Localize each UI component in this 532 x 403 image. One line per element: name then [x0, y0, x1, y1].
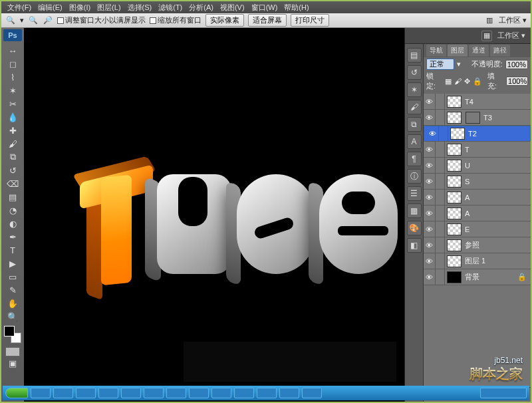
marquee-tool[interactable]: ◻	[5, 57, 21, 70]
panel-icon-actions[interactable]: ▦	[407, 203, 422, 218]
layer-row[interactable]: 👁T4	[424, 94, 531, 110]
visibility-icon[interactable]: 👁	[424, 158, 436, 173]
visibility-icon[interactable]: 👁	[427, 126, 439, 141]
layer-row[interactable]: 👁T	[424, 142, 531, 158]
pen-tool[interactable]: ✒	[5, 230, 21, 243]
visibility-icon[interactable]: 👁	[424, 142, 436, 157]
menu-select[interactable]: 选择(S)	[124, 3, 156, 13]
visibility-icon[interactable]: 👁	[424, 94, 436, 109]
opacity-value[interactable]: 100%	[505, 60, 528, 69]
taskbar-item[interactable]	[234, 388, 254, 398]
tab-paths[interactable]: 路径	[490, 45, 510, 57]
bridge-icon[interactable]: ▥	[484, 15, 495, 26]
history-brush-tool[interactable]: ↺	[5, 164, 21, 177]
layer-row[interactable]: 👁T2	[424, 126, 531, 142]
menu-edit[interactable]: 编辑(E)	[35, 3, 66, 13]
taskbar-item[interactable]	[302, 388, 322, 398]
taskbar-item[interactable]	[31, 388, 51, 398]
visibility-icon[interactable]: 👁	[424, 110, 436, 125]
layer-row[interactable]: 👁E	[424, 221, 531, 237]
panel-icon-tools[interactable]: ✶	[407, 82, 422, 97]
tab-layers[interactable]: 图层	[448, 45, 467, 57]
layer-name[interactable]: T	[464, 146, 531, 154]
layer-row[interactable]: 👁T3	[424, 110, 531, 126]
wand-tool[interactable]: ✶	[5, 84, 21, 97]
layer-row[interactable]: 👁参照	[424, 237, 531, 253]
start-button[interactable]	[5, 388, 28, 398]
crop-tool[interactable]: ✂	[5, 97, 21, 110]
layer-name[interactable]: 图层 1	[464, 256, 531, 266]
taskbar-item[interactable]	[279, 388, 299, 398]
color-swatch[interactable]	[4, 326, 21, 343]
stamp-tool[interactable]: ⧉	[5, 150, 21, 164]
lasso-tool[interactable]: ⌇	[5, 70, 21, 84]
layer-row[interactable]: 👁A	[424, 190, 531, 205]
layer-row[interactable]: 👁U	[424, 158, 531, 174]
path-select-tool[interactable]: ▶	[5, 257, 21, 270]
layer-name[interactable]: T3	[482, 114, 531, 122]
workspace-label[interactable]: 工作区 ▾	[497, 31, 525, 41]
taskbar-item[interactable]	[166, 388, 186, 398]
layer-name[interactable]: E	[464, 225, 531, 233]
lock-position-icon[interactable]: ✥	[464, 77, 470, 86]
visibility-icon[interactable]: 👁	[424, 205, 436, 221]
healing-tool[interactable]: ✚	[5, 124, 21, 137]
panel-icon-navigator[interactable]: ▤	[407, 48, 422, 63]
actual-pixels-button[interactable]: 实际像素	[205, 14, 244, 27]
lock-paint-icon[interactable]: 🖌	[454, 77, 462, 85]
hand-tool[interactable]: ✋	[5, 297, 21, 310]
panel-icon-brush[interactable]: 🖌	[407, 100, 422, 114]
taskbar-item[interactable]	[53, 388, 73, 398]
layer-name[interactable]: T2	[467, 130, 527, 138]
gradient-tool[interactable]: ▤	[5, 190, 21, 203]
taskbar-item[interactable]	[257, 388, 277, 398]
taskbar-item[interactable]	[211, 388, 231, 398]
screen-mode[interactable]: ▣	[5, 356, 21, 370]
panel-icon-styles[interactable]: ◧	[407, 238, 422, 253]
taskbar-item[interactable]	[76, 388, 96, 398]
panel-icon-swatches[interactable]: 🎨	[407, 221, 422, 235]
fill-value[interactable]: 100%	[506, 76, 528, 86]
lock-all-icon[interactable]: 🔒	[473, 77, 482, 86]
visibility-icon[interactable]: 👁	[424, 237, 436, 253]
fit-screen-button[interactable]: 适合屏幕	[248, 14, 287, 27]
layer-row[interactable]: 👁S	[424, 174, 531, 190]
zoom-all-checkbox[interactable]: 缩放所有窗口	[150, 15, 201, 25]
menu-view[interactable]: 视图(V)	[217, 3, 248, 13]
type-tool[interactable]: T	[5, 243, 21, 257]
menu-file[interactable]: 文件(F)	[4, 3, 35, 13]
menu-analysis[interactable]: 分析(A)	[186, 3, 217, 13]
layer-row[interactable]: 👁背景🔒	[424, 269, 531, 285]
brush-tool[interactable]: 🖌	[5, 137, 21, 150]
lock-transparency-icon[interactable]: ▦	[445, 77, 452, 86]
blur-tool[interactable]: ◔	[5, 203, 21, 217]
taskbar-item[interactable]	[144, 388, 164, 398]
panel-icon-history[interactable]: ↺	[407, 65, 422, 80]
notes-tool[interactable]: ✎	[5, 283, 21, 297]
taskbar-item[interactable]	[189, 388, 209, 398]
eraser-tool[interactable]: ⌫	[5, 177, 21, 190]
menu-window[interactable]: 窗口(W)	[248, 3, 281, 13]
move-tool[interactable]: ↔	[5, 44, 21, 57]
layer-name[interactable]: U	[464, 162, 531, 170]
menu-layer[interactable]: 图层(L)	[94, 3, 124, 13]
zoom-out-icon[interactable]: 🔎	[43, 15, 53, 26]
menu-image[interactable]: 图像(I)	[66, 3, 94, 13]
taskbar-item[interactable]	[98, 388, 118, 398]
zoom-in-icon[interactable]: 🔍	[28, 15, 39, 26]
systray[interactable]	[480, 388, 527, 398]
tab-navigator[interactable]: 导航	[426, 45, 446, 57]
workspace-dropdown[interactable]: 工作区 ▾	[499, 15, 527, 25]
visibility-icon[interactable]: 👁	[424, 174, 436, 189]
layer-name[interactable]: 参照	[464, 240, 531, 250]
dodge-tool[interactable]: ◐	[5, 217, 21, 230]
eyedropper-tool[interactable]: 💧	[5, 110, 21, 124]
layer-name[interactable]: 背景	[464, 272, 513, 282]
layer-row[interactable]: 👁A	[424, 205, 531, 221]
shape-tool[interactable]: ▭	[5, 270, 21, 283]
minibar-icon[interactable]: ▦	[481, 31, 492, 41]
document-canvas[interactable]	[24, 28, 404, 402]
blend-mode-select[interactable]: 正常	[426, 59, 454, 70]
tab-channels[interactable]: 通道	[469, 45, 489, 57]
resize-window-checkbox[interactable]: 调整窗口大小以满屏显示	[57, 15, 146, 25]
